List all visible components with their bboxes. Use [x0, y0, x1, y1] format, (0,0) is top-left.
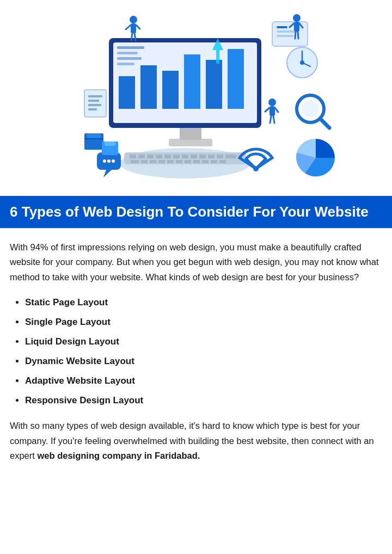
svg-point-34 [268, 99, 276, 106]
svg-rect-1 [169, 139, 212, 146]
svg-rect-80 [88, 104, 101, 106]
svg-point-28 [130, 16, 137, 23]
svg-line-33 [134, 33, 136, 40]
svg-rect-12 [216, 50, 219, 64]
svg-rect-7 [162, 71, 179, 109]
svg-rect-67 [193, 160, 200, 163]
intro-paragraph: With 94% of first impressions relying on… [10, 240, 382, 285]
svg-line-44 [295, 32, 296, 39]
svg-rect-66 [185, 160, 191, 163]
svg-rect-53 [173, 155, 180, 158]
list-item: Responsive Design Layout [25, 395, 382, 407]
article-title: 6 Types of Web Design To Consider For Yo… [10, 204, 382, 220]
svg-rect-61 [141, 160, 148, 163]
svg-line-38 [270, 116, 271, 123]
list-item: Static Page Layout [25, 297, 382, 309]
svg-rect-79 [88, 100, 99, 102]
svg-line-45 [298, 32, 298, 39]
svg-rect-81 [88, 108, 97, 110]
svg-rect-58 [217, 155, 223, 158]
svg-rect-68 [202, 160, 209, 163]
svg-rect-35 [270, 106, 275, 116]
svg-rect-15 [117, 57, 142, 60]
svg-rect-16 [117, 63, 134, 65]
svg-rect-29 [131, 23, 136, 33]
svg-point-76 [253, 166, 259, 171]
article-content: With 94% of first impressions relying on… [0, 228, 392, 478]
svg-rect-54 [182, 155, 188, 158]
svg-rect-13 [117, 46, 144, 49]
svg-line-32 [131, 33, 132, 40]
svg-rect-64 [167, 160, 174, 163]
svg-rect-5 [119, 76, 135, 109]
svg-rect-14 [117, 52, 138, 54]
list-item: Adaptive Website Layout [25, 375, 382, 387]
svg-rect-49 [138, 155, 145, 158]
outro-paragraph: With so many types of web design availab… [10, 418, 382, 463]
hero-image [0, 0, 392, 196]
svg-rect-86 [105, 141, 115, 146]
svg-rect-57 [208, 155, 215, 158]
svg-rect-18 [277, 26, 287, 28]
svg-rect-17 [272, 22, 308, 46]
svg-rect-63 [158, 160, 165, 163]
svg-rect-83 [87, 133, 101, 139]
list-item: Single Page Layout [25, 316, 382, 328]
svg-rect-55 [191, 155, 197, 158]
svg-point-73 [103, 159, 106, 163]
svg-rect-59 [225, 155, 236, 158]
svg-line-39 [273, 116, 274, 123]
svg-rect-50 [147, 155, 154, 158]
svg-rect-69 [211, 160, 217, 163]
svg-rect-48 [130, 155, 136, 158]
svg-point-74 [107, 159, 111, 163]
svg-rect-8 [184, 54, 200, 109]
list-item: Liquid Design Layout [25, 336, 382, 348]
article-banner: 6 Types of Web Design To Consider For Yo… [0, 196, 392, 228]
svg-rect-77 [84, 90, 106, 117]
svg-rect-62 [150, 160, 156, 163]
svg-rect-51 [156, 155, 162, 158]
svg-rect-52 [164, 155, 171, 158]
svg-rect-41 [294, 22, 299, 32]
svg-rect-10 [228, 49, 244, 109]
svg-rect-65 [176, 160, 182, 163]
svg-rect-9 [206, 60, 222, 109]
svg-point-40 [293, 14, 301, 22]
outro-bold-text: web designing company in Faridabad. [37, 451, 200, 460]
list-item: Dynamic Website Layout [25, 355, 382, 367]
svg-rect-78 [88, 95, 102, 97]
svg-rect-56 [199, 155, 206, 158]
svg-point-75 [112, 159, 115, 163]
design-types-list: Static Page Layout Single Page Layout Li… [10, 297, 382, 407]
svg-rect-6 [140, 65, 157, 109]
svg-rect-20 [277, 35, 294, 37]
svg-point-27 [302, 100, 319, 118]
svg-rect-60 [131, 160, 139, 163]
svg-rect-70 [219, 160, 226, 163]
